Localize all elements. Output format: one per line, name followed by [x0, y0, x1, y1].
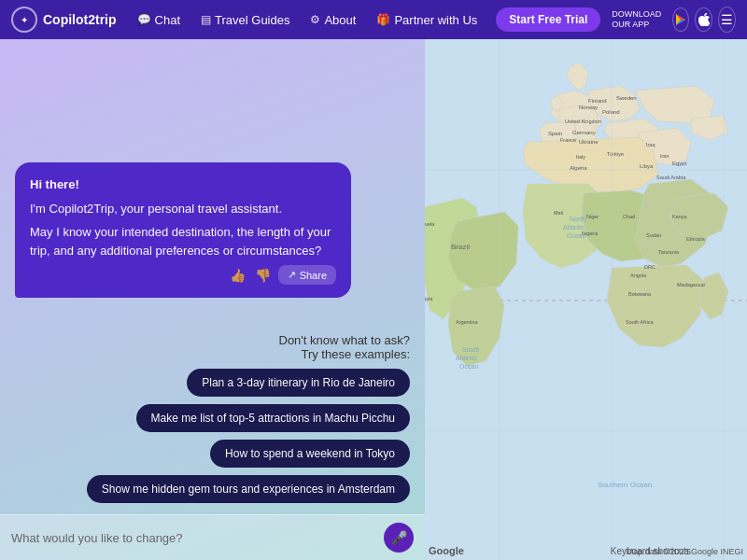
apple-store-button[interactable]: [695, 7, 712, 32]
svg-text:Southern Ocean: Southern Ocean: [598, 481, 652, 489]
main-layout: Hi there! I'm Copilot2Trip, your persona…: [0, 39, 747, 560]
map-data-info: Map data ©2023 Google INEGI: [627, 547, 743, 556]
map-panel: Brazil North Atlantic Ocean South Atlant…: [425, 39, 747, 560]
nav-about[interactable]: ⚙ About: [303, 9, 363, 31]
svg-text:Niger: Niger: [586, 214, 599, 219]
nav-chat[interactable]: 💬 Chat: [130, 9, 188, 31]
message-actions: 👍 👎 ↗ Share: [30, 265, 336, 285]
nav-travel-guides[interactable]: ▤ Travel Guides: [193, 9, 297, 31]
nav-chat-label: Chat: [155, 13, 180, 27]
nav-travel-guides-label: Travel Guides: [215, 13, 289, 27]
svg-text:Spain: Spain: [548, 131, 562, 136]
svg-text:Iran: Iran: [660, 153, 669, 159]
assistant-message-bubble: Hi there! I'm Copilot2Trip, your persona…: [15, 162, 351, 298]
thumbs-up-button[interactable]: 👍: [228, 266, 247, 285]
suggestion-4[interactable]: Show me hidden gem tours and experiences…: [87, 475, 410, 503]
svg-text:Atlantic: Atlantic: [563, 224, 585, 231]
download-label: DOWNLOAD OUR APP: [612, 9, 661, 30]
nav-about-label: About: [324, 13, 356, 27]
svg-text:Botswana: Botswana: [628, 291, 652, 297]
svg-text:uela: uela: [425, 221, 435, 227]
greeting-text: Hi there!: [30, 177, 79, 191]
svg-text:Italy: Italy: [576, 154, 585, 160]
nav-partner-label: Partner with Us: [394, 13, 477, 27]
svg-text:Argentina: Argentina: [456, 319, 478, 325]
about-icon: ⚙: [310, 13, 320, 26]
svg-text:Atlantic: Atlantic: [456, 355, 477, 361]
svg-text:Tanzania: Tanzania: [658, 249, 680, 255]
partner-icon: 🎁: [376, 13, 390, 26]
svg-text:Norway: Norway: [579, 105, 598, 110]
navbar: ✦ Copilot2trip 💬 Chat ▤ Travel Guides ⚙ …: [0, 0, 747, 39]
dont-know-label: Don't know what to ask?: [279, 333, 411, 347]
svg-text:United Kingdom: United Kingdom: [565, 119, 602, 124]
microphone-button[interactable]: 🎤: [384, 523, 414, 553]
svg-text:Finland: Finland: [588, 98, 607, 104]
svg-text:DRC: DRC: [644, 264, 655, 270]
svg-text:Sudan: Sudan: [646, 232, 661, 238]
svg-text:Nigeria: Nigeria: [582, 231, 599, 236]
google-logo: Google: [429, 545, 464, 556]
travel-guides-icon: ▤: [201, 13, 211, 26]
google-attribution: Google: [429, 545, 464, 556]
chat-panel: Hi there! I'm Copilot2Trip, your persona…: [0, 39, 425, 560]
thumbs-down-button[interactable]: 👎: [253, 266, 273, 285]
svg-text:Poland: Poland: [602, 109, 620, 115]
svg-text:Libya: Libya: [640, 163, 654, 169]
logo-text: Copilot2trip: [43, 12, 117, 27]
share-icon: ↗: [288, 269, 296, 281]
message-line2: May I know your intended destination, th…: [30, 223, 336, 259]
suggestion-2[interactable]: Make me list of top-5 attractions in Mac…: [136, 404, 410, 432]
svg-text:Madagascar: Madagascar: [677, 282, 705, 287]
svg-text:North: North: [570, 216, 585, 222]
svg-text:France: France: [560, 137, 576, 143]
svg-text:Kenya: Kenya: [672, 214, 688, 219]
chat-messages: Hi there! I'm Copilot2Trip, your persona…: [0, 39, 425, 324]
svg-text:Saudi Arabia: Saudi Arabia: [656, 175, 686, 180]
menu-button[interactable]: ☰: [718, 7, 736, 33]
svg-text:Türkiye: Türkiye: [607, 151, 624, 157]
svg-text:ivia: ivia: [425, 296, 433, 301]
start-free-trial-button[interactable]: Start Free Trial: [496, 7, 600, 32]
map-canvas[interactable]: Brazil North Atlantic Ocean South Atlant…: [425, 39, 747, 560]
chat-input-area: 🎤: [0, 514, 425, 560]
nav-partner[interactable]: 🎁 Partner with Us: [369, 9, 485, 31]
logo[interactable]: ✦ Copilot2trip: [11, 7, 117, 33]
message-line1: I'm Copilot2Trip, your personal travel a…: [30, 200, 336, 218]
svg-text:Iraq: Iraq: [646, 142, 655, 147]
svg-text:South: South: [462, 346, 479, 353]
svg-text:Egypt: Egypt: [672, 161, 687, 166]
svg-text:Sweden: Sweden: [616, 95, 637, 101]
chat-icon: 💬: [137, 13, 151, 26]
suggestions-label: Don't know what to ask? Try these exampl…: [279, 333, 411, 361]
svg-text:Ethiopia: Ethiopia: [686, 236, 706, 242]
share-label: Share: [300, 270, 327, 281]
svg-text:Ocean: Ocean: [459, 363, 479, 370]
svg-text:South Africa: South Africa: [626, 319, 655, 325]
google-play-button[interactable]: [672, 7, 689, 32]
svg-text:Chad: Chad: [623, 214, 635, 219]
suggestion-1[interactable]: Plan a 3-day itinerary in Rio de Janeiro: [187, 369, 410, 397]
download-app: DOWNLOAD OUR APP: [606, 6, 667, 34]
svg-text:Ukraine: Ukraine: [579, 139, 599, 145]
svg-text:Germany: Germany: [572, 130, 596, 135]
logo-icon: ✦: [11, 7, 37, 33]
svg-text:Brazil: Brazil: [451, 243, 470, 251]
suggestions-area: Don't know what to ask? Try these exampl…: [0, 324, 425, 514]
chat-input[interactable]: [11, 531, 376, 545]
try-label: Try these examples:: [279, 347, 411, 361]
share-button[interactable]: ↗ Share: [278, 265, 336, 285]
suggestion-3[interactable]: How to spend a weekend in Tokyo: [210, 440, 410, 468]
svg-text:Mali: Mali: [554, 210, 563, 216]
svg-text:Angola: Angola: [630, 273, 647, 278]
